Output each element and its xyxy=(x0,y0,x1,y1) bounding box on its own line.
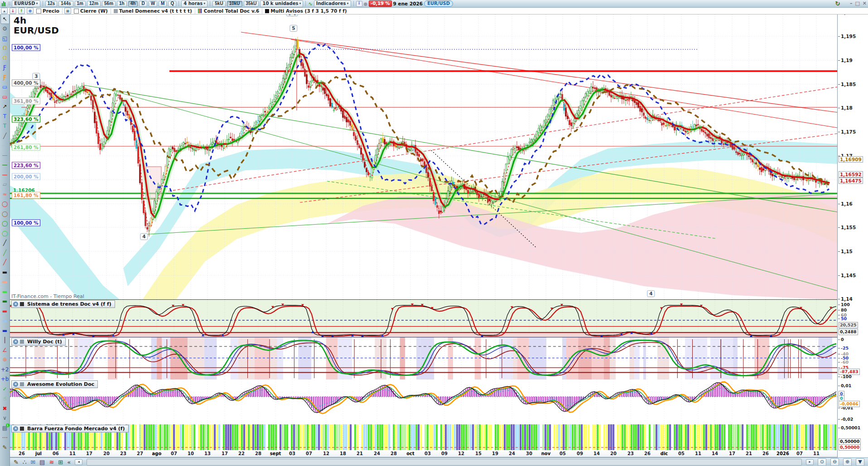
minimize-button[interactable]: – xyxy=(850,0,853,6)
fib-levels-tool[interactable]: Ƒ xyxy=(0,72,10,82)
list-icon[interactable]: ≡ xyxy=(64,8,71,14)
date-axis[interactable]: 26jul061117202327ago071013172228sept0307… xyxy=(10,451,837,457)
hline-red-tool[interactable]: — xyxy=(0,170,10,180)
segment-tool[interactable]: ╱ xyxy=(0,131,10,141)
levels-icon[interactable]: ≋ xyxy=(49,459,54,465)
timeframe-button[interactable]: 1h xyxy=(117,1,127,7)
collapse-tools-button[interactable]: ∨ xyxy=(0,413,10,423)
pointer-tool[interactable]: ↖ xyxy=(0,14,10,24)
period-select[interactable]: 4 horas▾ xyxy=(181,0,207,7)
sistema-trenes-panel[interactable] xyxy=(10,299,837,337)
doc-badge-tool[interactable]: ▤1 xyxy=(0,423,10,433)
hline-darkgreen-tool[interactable]: — xyxy=(0,160,10,170)
text-tool[interactable]: T xyxy=(0,111,10,121)
ellipse-red-tool[interactable]: ◯ xyxy=(0,199,10,209)
zoom-out-button[interactable]: ⊖ xyxy=(830,458,839,466)
hline-green-tool[interactable]: — xyxy=(0,150,10,160)
timeframe-button[interactable]: 56m xyxy=(102,1,116,7)
timeframe-button[interactable]: 144s xyxy=(58,1,73,7)
hline2-brightgreen-tool[interactable]: ▬ xyxy=(0,287,10,297)
timeframe-button[interactable]: 1m xyxy=(75,1,86,7)
windows-icon[interactable]: ⊞ xyxy=(58,459,63,465)
zoom-fit-button[interactable]: ⊙ xyxy=(818,458,826,466)
panel-close-icon[interactable]: ✕ xyxy=(13,382,18,387)
letters-tool[interactable]: +b xyxy=(0,375,10,384)
remove-indicator-icon[interactable]: ↓ xyxy=(10,8,16,14)
units-select[interactable]: 10 k unidades▾ xyxy=(260,0,303,7)
price-chart[interactable] xyxy=(10,14,837,299)
collapse-left-icon[interactable]: « xyxy=(67,459,71,465)
more-tools-button[interactable]: ⋯ xyxy=(0,433,10,443)
drag-grip-icon[interactable]: ⠿ xyxy=(8,1,10,6)
more-options-button[interactable]: ▼ xyxy=(856,458,864,466)
zoom-tool[interactable]: ⊙ xyxy=(0,24,10,34)
wave-pattern-tool[interactable]: ≈ xyxy=(0,189,10,199)
alarm-bell-tool[interactable]: Ω xyxy=(0,53,10,63)
symbol-tag[interactable]: EUR/USD xyxy=(424,0,453,7)
zoom-area-tool[interactable]: ◱ xyxy=(0,34,10,43)
timeframe-button[interactable]: M xyxy=(159,1,167,7)
close-w-checkbox[interactable] xyxy=(74,9,79,14)
avisos-indicator-label[interactable]: Multi Avisos (3 f 3 1,5 70 f f) xyxy=(264,8,349,14)
symbol-select[interactable]: EURUSD▾ xyxy=(12,0,40,7)
barra-fuerza-panel[interactable] xyxy=(10,424,837,451)
quantity-button[interactable]: 5kU xyxy=(212,1,225,7)
panel-header-barra-fuerza[interactable]: ✕ Barra Fuerza Fondo Mercado v4 (f) xyxy=(11,425,129,432)
fib-projection-tool[interactable]: Ƒ xyxy=(0,63,10,73)
close-all-icon[interactable]: ⊗ xyxy=(27,8,34,14)
timeframe-button[interactable]: 12s xyxy=(45,1,58,7)
thumbs-up-tool[interactable]: ☝ xyxy=(0,394,10,404)
close-w-toggle[interactable]: Cierre (W) xyxy=(73,8,111,14)
panel-close-icon[interactable]: ✕ xyxy=(13,426,18,431)
scroll-left-button[interactable]: ◂ xyxy=(75,459,82,465)
panel-header-awesome[interactable]: ✕ Awesome Evolution Doc xyxy=(11,380,98,388)
draw-icon[interactable]: ✎ xyxy=(14,459,19,465)
close-button[interactable]: ✕ xyxy=(863,0,867,6)
info-icon[interactable]: i xyxy=(356,1,362,7)
trend-arrow-tool[interactable]: ↗ xyxy=(0,102,10,112)
rect-blue-tool[interactable]: ▭ xyxy=(0,82,10,92)
approve-tool[interactable]: ✓ xyxy=(0,384,10,394)
hline2-black-tool[interactable]: ▬ xyxy=(0,267,10,277)
control-indicator-label[interactable]: Control Total Doc v.6 xyxy=(197,8,263,14)
timeframe-button[interactable]: D xyxy=(139,1,147,7)
share-icon[interactable]: ∴ xyxy=(23,459,26,465)
ruler-tool[interactable]: ▱ xyxy=(0,180,10,190)
hline2-forest-tool[interactable]: ▬ xyxy=(0,297,10,307)
restore-button[interactable]: □ xyxy=(855,0,859,6)
awesome-evolution-panel[interactable] xyxy=(10,380,837,424)
line-black-tool[interactable]: ╱ xyxy=(0,238,10,248)
chat-icon[interactable]: ✉ xyxy=(30,459,35,465)
ellipse-brown-tool[interactable]: ◯ xyxy=(0,209,10,219)
add-indicator-icon[interactable]: ↑ xyxy=(18,8,25,14)
price-checkbox[interactable] xyxy=(36,9,41,14)
angle-tool[interactable]: ∠ xyxy=(0,345,10,355)
timeframe-button[interactable]: 12m xyxy=(87,1,101,7)
collapse-toolbar-button[interactable]: ▴ xyxy=(1,8,8,14)
panel-header-willy[interactable]: ✕ Willy Doc (t) xyxy=(11,338,66,346)
timeframe-button[interactable]: 4h xyxy=(128,1,138,7)
horizontal-scrollbar[interactable] xyxy=(87,459,802,466)
alarm-pointer-tool[interactable]: Ω xyxy=(0,43,10,53)
willy-panel[interactable] xyxy=(10,337,837,380)
quantity-button[interactable]: 35kU xyxy=(244,1,259,7)
hline2-red-tool[interactable]: ▬ xyxy=(0,306,10,316)
indicators-button[interactable]: Indicadores▾ xyxy=(314,0,351,7)
circle-plus-tool[interactable]: ⊕ xyxy=(0,355,10,365)
tunnel-indicator-label[interactable]: Tunel Domenec v4 (t t t t t) xyxy=(113,8,195,14)
delete-tool[interactable]: ✖ xyxy=(0,404,10,413)
timeframe-button[interactable]: W xyxy=(149,1,157,7)
ellipse-green2-tool[interactable]: ◯ xyxy=(0,228,10,238)
ellipse-green-tool[interactable]: ◯ xyxy=(0,219,10,229)
callout-tool[interactable]: T xyxy=(0,121,10,131)
panel-close-icon[interactable]: ✕ xyxy=(13,339,18,344)
hline-mint-tool[interactable]: — xyxy=(0,141,10,151)
line-red-tool[interactable]: ╱ xyxy=(0,258,10,268)
price-toggle[interactable]: Precio xyxy=(35,8,63,14)
scroll-right-button[interactable]: ▸ xyxy=(806,459,814,465)
numbers-tool[interactable]: +2 xyxy=(0,365,10,375)
document-icon[interactable]: ▤ xyxy=(39,459,45,465)
price-axis[interactable]: 1,21,1951,191,1851,181,1751,171,161,1551… xyxy=(837,8,868,457)
zoom-in-button[interactable]: ⊕ xyxy=(843,458,852,466)
draw-pencil-tool[interactable]: ✎ xyxy=(0,442,10,452)
